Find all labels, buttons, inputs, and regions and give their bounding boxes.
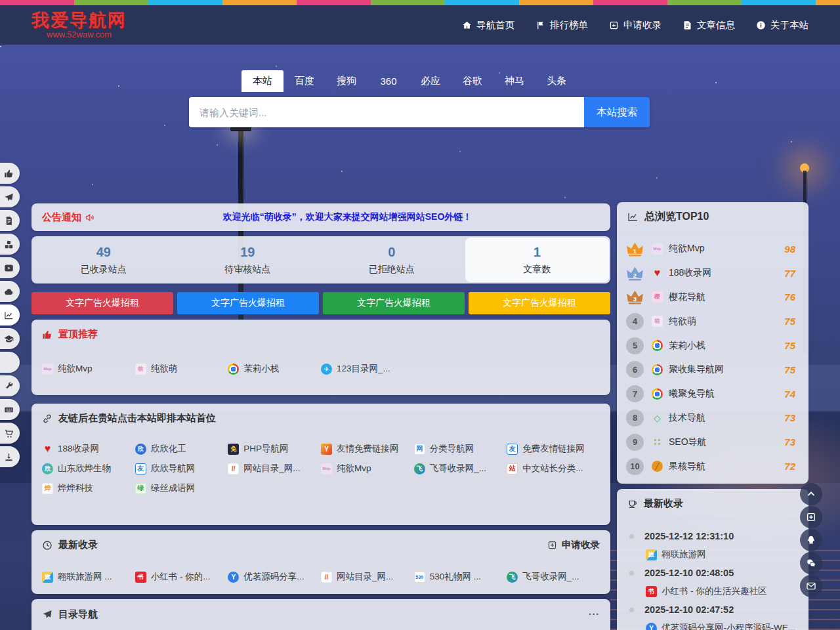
site-link[interactable]: 530530礼物网 ... bbox=[414, 571, 507, 583]
site-link[interactable]: //网站目录_网... bbox=[228, 463, 321, 474]
document-icon bbox=[4, 216, 14, 226]
site-link[interactable]: 旅翱联旅游网 ... bbox=[42, 571, 135, 583]
timeline-site-link[interactable]: 书小红书 - 你的生活兴趣社区 bbox=[646, 582, 799, 600]
search-tab-6[interactable]: 神马 bbox=[494, 70, 536, 92]
search-tab-0[interactable]: 本站 bbox=[242, 70, 284, 92]
dock-item-graduation[interactable] bbox=[0, 328, 20, 349]
site-link[interactable]: ♥188收录网 bbox=[42, 443, 135, 455]
top10-views: 73 bbox=[784, 412, 795, 423]
float-button-plussq[interactable] bbox=[800, 506, 822, 528]
nav-item-articles[interactable]: 文章信息 bbox=[682, 19, 735, 32]
site-link[interactable]: 茉莉小栈 bbox=[228, 363, 321, 375]
site-link[interactable]: 飞飞哥收录网_... bbox=[507, 571, 600, 583]
search-input[interactable] bbox=[189, 97, 584, 127]
site-favicon: 飞 bbox=[507, 572, 518, 583]
site-link[interactable]: Y优茗源码分享... bbox=[228, 571, 321, 583]
site-link[interactable]: 飞飞哥收录网_... bbox=[414, 463, 507, 474]
site-link[interactable]: 站中文站长分类... bbox=[507, 463, 600, 474]
apply-button[interactable]: 申请收录 bbox=[547, 539, 600, 551]
dock-item-keyboard[interactable] bbox=[0, 399, 20, 420]
top10-row[interactable]: 1Mvp纯欲Mvp98 bbox=[617, 237, 808, 261]
search-tab-3[interactable]: 360 bbox=[368, 70, 410, 92]
nav-item-home[interactable]: 导航首页 bbox=[462, 19, 514, 32]
float-button-mail[interactable] bbox=[800, 575, 822, 597]
site-link-label: 飞哥收录网_... bbox=[430, 463, 486, 474]
top10-row[interactable]: 5茉莉小栈75 bbox=[617, 333, 808, 358]
site-link[interactable]: 友免费友情链接网 bbox=[507, 443, 600, 455]
search-tab-4[interactable]: 必应 bbox=[410, 70, 452, 92]
site-favicon: ╱ bbox=[652, 461, 663, 472]
stat-cell: 19待审核站点 bbox=[176, 236, 320, 284]
nav-item-about[interactable]: 关于本站 bbox=[756, 19, 808, 32]
top10-row[interactable]: 6聚收集导航网75 bbox=[617, 358, 808, 382]
top10-row[interactable]: 7曦聚兔导航74 bbox=[617, 382, 808, 406]
latest-timeline: 2025-12-12 12:31:10旅翱联旅游网2025-12-10 02:4… bbox=[617, 519, 808, 630]
site-link-label: 优茗源码分享... bbox=[243, 571, 304, 583]
dock-item-chartline[interactable] bbox=[0, 304, 20, 326]
dock-item-document[interactable] bbox=[0, 210, 20, 231]
ad-banner-0[interactable]: 文字广告火爆招租 bbox=[32, 292, 173, 314]
float-button-chevron-up[interactable] bbox=[800, 483, 822, 505]
search-button[interactable]: 本站搜索 bbox=[584, 97, 650, 127]
site-link-label: 翱联旅游网 ... bbox=[58, 571, 112, 583]
nav-item-apply[interactable]: 申请收录 bbox=[609, 19, 662, 32]
site-link[interactable]: 绿绿丝成语网 bbox=[135, 482, 228, 494]
more-button[interactable]: ··· bbox=[589, 609, 600, 620]
float-button-wechat[interactable] bbox=[800, 552, 822, 574]
site-link[interactable]: 网分类导航网 bbox=[414, 443, 507, 455]
site-link[interactable]: ✈123目录网_... bbox=[321, 363, 414, 375]
site-link[interactable]: Mvp纯欲Mvp bbox=[321, 463, 414, 474]
top10-row[interactable]: 2♥188收录网77 bbox=[617, 261, 808, 285]
search-tab-2[interactable]: 搜狗 bbox=[326, 70, 368, 92]
dock-item-download[interactable] bbox=[0, 446, 20, 467]
site-link[interactable]: 书小红书 - 你的... bbox=[135, 571, 228, 583]
site-link[interactable]: 萌纯欲萌 bbox=[135, 363, 228, 375]
timeline-timestamp: 2025-12-12 12:31:10 bbox=[644, 531, 734, 541]
float-button-qq[interactable] bbox=[800, 529, 822, 551]
dock-item-cart[interactable] bbox=[0, 423, 20, 444]
top10-row[interactable]: 10╱果核导航72 bbox=[617, 454, 808, 478]
dock-item-video[interactable] bbox=[0, 257, 20, 278]
site-link[interactable]: 欣山东欣烨生物 bbox=[42, 463, 135, 474]
top10-row[interactable]: 9∷SEO导航73 bbox=[617, 430, 808, 454]
dock-item-cloud[interactable] bbox=[0, 281, 20, 302]
site-link[interactable]: 友欣欣导航网 bbox=[135, 463, 228, 474]
site-link[interactable]: 免PHP导航网 bbox=[228, 443, 321, 455]
site-link[interactable]: Y友情免费链接网 bbox=[321, 443, 414, 455]
timeline-site-link[interactable]: 旅翱联旅游网 bbox=[646, 545, 799, 564]
dock-item-cubes[interactable] bbox=[0, 234, 20, 255]
site-link[interactable]: Mvp纯欲Mvp bbox=[42, 363, 135, 375]
ad-banner-3[interactable]: 文字广告火爆招租 bbox=[469, 292, 610, 314]
dock-item-like[interactable] bbox=[0, 163, 20, 184]
site-favicon: 书 bbox=[646, 586, 657, 597]
site-link-label: 纯欲Mvp bbox=[337, 463, 371, 474]
ad-banner-1[interactable]: 文字广告火爆招租 bbox=[177, 292, 319, 314]
site-favicon: 旅 bbox=[42, 572, 53, 583]
site-link[interactable]: //网站目录_网... bbox=[321, 571, 414, 583]
stats-panel: 49已收录站点19待审核站点0已拒绝站点1文章数 bbox=[32, 236, 610, 284]
cart-icon bbox=[4, 429, 14, 438]
dock-item-blank[interactable] bbox=[0, 352, 20, 373]
site-link[interactable]: 烨烨烨科技 bbox=[42, 482, 135, 494]
top10-row[interactable]: 8◇技术导航73 bbox=[617, 406, 808, 430]
paper-plane-icon bbox=[42, 609, 52, 620]
site-link[interactable]: 欣欣欣化工 bbox=[135, 443, 228, 455]
search-tab-7[interactable]: 头条 bbox=[536, 70, 578, 92]
site-link-label: 纯欲萌 bbox=[151, 363, 178, 375]
search-tab-1[interactable]: 百度 bbox=[284, 70, 326, 92]
dock-item-wrench[interactable] bbox=[0, 375, 20, 396]
nav-item-ranking[interactable]: 排行榜单 bbox=[536, 19, 588, 32]
site-favicon: Y bbox=[321, 444, 332, 455]
timeline-site-link[interactable]: Y优茗源码分享网-小程序源码-WE... bbox=[646, 619, 799, 630]
site-link-label: 友情免费链接网 bbox=[337, 443, 399, 455]
top10-site-label: 曦聚兔导航 bbox=[669, 388, 784, 400]
site-link-label: 188收录网 bbox=[58, 443, 99, 455]
top10-row[interactable]: 4萌纯欲萌75 bbox=[617, 309, 808, 333]
ad-banner-2[interactable]: 文字广告火爆招租 bbox=[323, 292, 465, 314]
top10-row[interactable]: 3樱樱花导航76 bbox=[617, 285, 808, 310]
top10-site-label: 188收录网 bbox=[669, 267, 784, 279]
dock-item-send[interactable] bbox=[0, 186, 20, 207]
site-logo[interactable]: 我爱导航网 www.52waw.com bbox=[32, 11, 127, 39]
search-tab-5[interactable]: 谷歌 bbox=[452, 70, 494, 92]
street-lamp-glow bbox=[800, 163, 809, 173]
